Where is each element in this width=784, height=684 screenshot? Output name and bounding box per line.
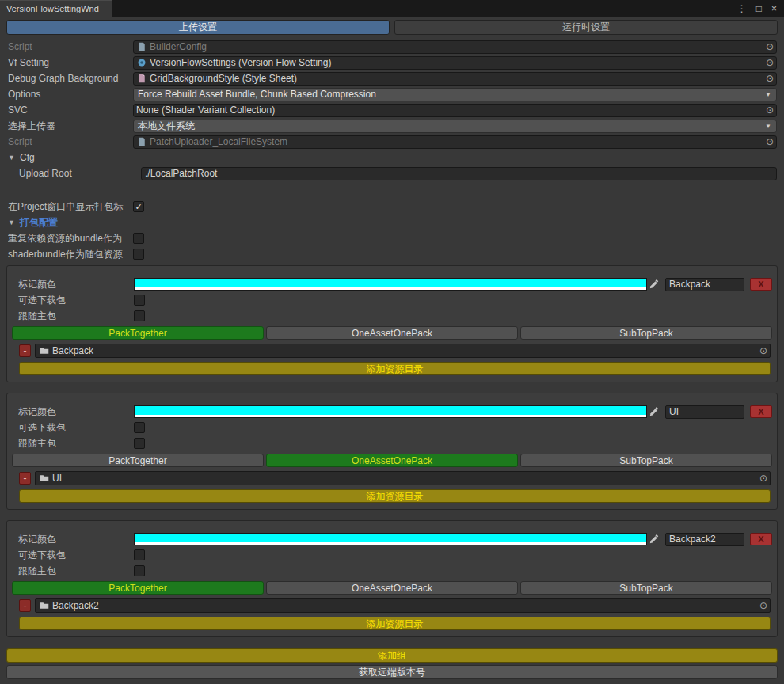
alpha-strip [135,287,646,290]
dup-bundle-checkbox[interactable] [133,233,144,244]
add-dir-button[interactable]: 添加资源目录 [19,362,771,375]
optional-checkbox[interactable] [134,549,145,560]
optional-label: 可选下载包 [18,549,134,562]
remove-group-button[interactable]: X [750,278,772,291]
menu-icon[interactable]: ⋮ [737,4,747,13]
mode-one-asset-one-pack-button[interactable]: OneAssetOnePack [266,326,518,340]
follow-checkbox[interactable] [134,310,145,321]
folder-icon [40,347,49,355]
remove-dir-button[interactable]: - [19,344,31,357]
mode-pack-together-button[interactable]: PackTogether [12,581,264,595]
vf-setting-label: Vf Setting [8,57,133,68]
optional-checkbox[interactable] [134,294,145,306]
object-picker-icon[interactable]: ⊙ [757,473,770,484]
pack-config-foldout-label[interactable]: 打包配置 [20,216,58,230]
tab-upload-settings[interactable]: 上传设置 [6,20,390,35]
color-field[interactable] [134,533,647,545]
alpha-strip [135,542,646,545]
row-cfg-foldout: ▼ Cfg [0,150,784,165]
object-picker-icon[interactable]: ⊙ [763,104,776,116]
mode-one-asset-one-pack-button[interactable]: OneAssetOnePack [266,581,518,595]
close-icon[interactable]: × [771,4,777,13]
dir-folder-name: Backpack2 [52,600,99,611]
color-swatch [135,279,646,287]
show-icon-checkbox[interactable] [133,201,144,212]
tab-runtime-settings[interactable]: 运行时设置 [394,20,778,35]
remove-dir-button[interactable]: - [19,472,31,484]
dir-row: - UI ⊙ [19,471,771,485]
row-debug-graph: Debug Graph Background GridBackgroundSty… [0,70,784,86]
debug-graph-label: Debug Graph Background [8,73,133,84]
foldout-arrow-icon[interactable]: ▼ [8,154,16,162]
object-picker-icon[interactable]: ⊙ [763,73,776,84]
foldout-arrow-icon[interactable]: ▼ [8,218,16,226]
group-tag-input[interactable] [665,533,744,546]
color-row: 标记颜色 X [12,531,772,547]
vf-setting-object-field[interactable]: VersionFlowSettings (Version Flow Settin… [133,56,777,70]
eyedropper-icon[interactable] [648,407,660,416]
window-title: VersionFlowSettingWnd [6,4,99,13]
add-dir-button[interactable]: 添加资源目录 [19,617,771,630]
mode-sub-top-pack-button[interactable]: SubTopPack [520,454,772,467]
folder-icon [40,474,49,482]
row-vf-setting: Vf Setting VersionFlowSettings (Version … [0,55,784,70]
group-tag-input[interactable] [665,405,744,419]
uploader-dropdown[interactable]: 本地文件系统 ▼ [133,120,777,133]
svc-value: None (Shader Variant Collection) [136,104,275,116]
script2-object-field[interactable]: PatchUploader_LocalFileSystem ⊙ [133,135,777,149]
eyedropper-icon[interactable] [648,279,660,289]
object-picker-icon[interactable]: ⊙ [763,57,776,68]
maximize-icon[interactable]: □ [756,4,762,13]
debug-graph-object-field[interactable]: GridBackgroundStyle (Style Sheet) ⊙ [133,72,777,86]
remove-dir-button[interactable]: - [19,599,31,612]
script-value: BuilderConfig [150,41,207,52]
mode-sub-top-pack-button[interactable]: SubTopPack [520,326,772,340]
add-group-button[interactable]: 添加组 [6,648,778,663]
script-icon [137,137,147,146]
remove-group-button[interactable]: X [750,533,772,545]
row-shader-bundle-toggle: shaderbundle作为随包资源 [0,246,784,262]
object-picker-icon[interactable]: ⊙ [757,345,770,356]
upload-root-input[interactable]: ./LocalPatchRoot [141,167,777,180]
mode-one-asset-one-pack-button[interactable]: OneAssetOnePack [266,454,518,467]
upload-root-label: Upload Root [19,168,141,179]
dir-object-field[interactable]: Backpack ⊙ [35,344,771,358]
row-svc: SVC None (Shader Variant Collection) ⊙ [0,102,784,118]
fetch-remote-version-button[interactable]: 获取远端版本号 [6,665,778,679]
remove-group-button[interactable]: X [750,405,772,418]
color-swatch [135,534,646,542]
row-uploader: 选择上传器 本地文件系统 ▼ [0,118,784,134]
color-field[interactable] [134,278,647,291]
dir-object-field[interactable]: Backpack2 ⊙ [35,598,771,613]
window-tab[interactable]: VersionFlowSettingWnd [0,0,112,17]
add-dir-button[interactable]: 添加资源目录 [19,489,771,503]
row-upload-root: Upload Root ./LocalPatchRoot [0,165,784,181]
upload-root-value: ./LocalPatchRoot [145,168,217,179]
object-picker-icon[interactable]: ⊙ [763,136,776,147]
optional-checkbox[interactable] [134,422,145,433]
svc-object-field[interactable]: None (Shader Variant Collection) ⊙ [133,104,777,117]
mode-pack-together-button[interactable]: PackTogether [12,326,264,340]
object-picker-icon[interactable]: ⊙ [757,600,770,611]
script-icon [137,42,147,51]
follow-row: 跟随主包 [12,563,772,579]
mode-pack-together-button[interactable]: PackTogether [12,454,264,467]
group-tag-input[interactable] [665,278,744,291]
object-picker-icon[interactable]: ⊙ [763,41,776,52]
mode-sub-top-pack-button[interactable]: SubTopPack [520,581,772,595]
script-object-field[interactable]: BuilderConfig ⊙ [133,40,777,54]
follow-label: 跟随主包 [18,437,134,450]
uploader-value: 本地文件系统 [138,120,195,133]
script-label: Script [8,41,133,52]
follow-checkbox[interactable] [134,438,145,449]
eyedropper-icon[interactable] [648,534,660,544]
dir-object-field[interactable]: UI ⊙ [35,471,771,485]
cfg-foldout-label[interactable]: Cfg [20,152,35,163]
follow-checkbox[interactable] [134,565,145,576]
shader-bundle-checkbox[interactable] [133,249,144,260]
color-field[interactable] [134,405,647,418]
row-dup-bundle-toggle: 重复依赖资源的bundle作为 [0,230,784,246]
svc-label: SVC [8,104,133,116]
options-dropdown[interactable]: Force Rebuild Asset Bundle, Chunk Based … [133,88,777,101]
dir-row: - Backpack ⊙ [19,344,771,358]
